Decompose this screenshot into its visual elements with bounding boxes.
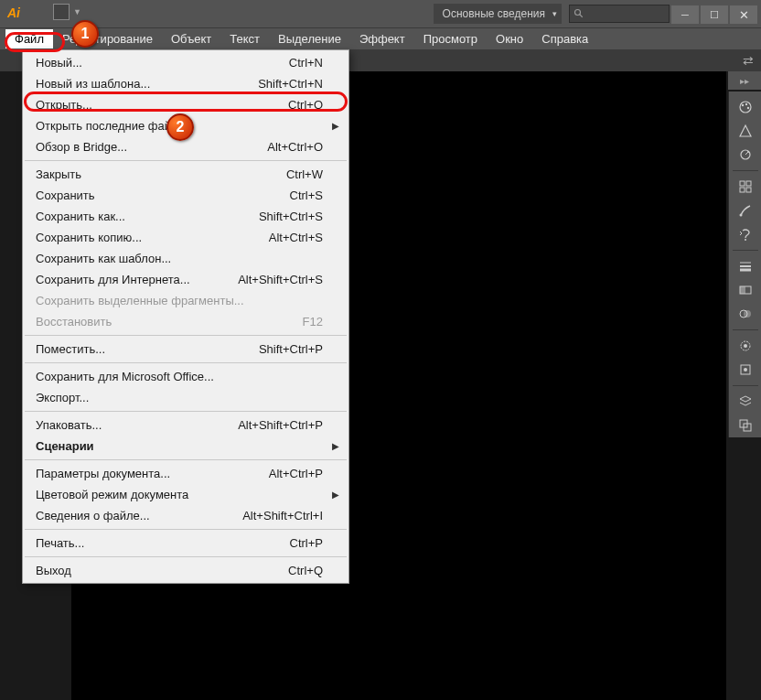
brushes-icon[interactable] (733, 200, 758, 221)
window-controls: ─ ☐ ✕ (671, 4, 759, 24)
menu-item-новый-из-шаблона-[interactable]: Новый из шаблона...Shift+Ctrl+N (23, 73, 348, 94)
svg-point-2 (740, 102, 751, 113)
menu-item-label: Сохранить выделенные фрагменты... (36, 294, 244, 307)
menu-item-shortcut: Ctrl+P (290, 536, 323, 550)
menu-item-label: Поместить... (36, 342, 105, 356)
menu-item-shortcut: Shift+Ctrl+N (258, 77, 323, 91)
annotation-badge-2: 2 (166, 113, 194, 141)
transparency-icon[interactable] (733, 304, 758, 324)
svg-point-3 (741, 104, 743, 106)
menu-item-label: Экспорт... (36, 391, 89, 404)
svg-rect-19 (740, 286, 745, 294)
gradient-icon[interactable] (733, 280, 758, 300)
menu-item-shortcut: Ctrl+Q (288, 564, 323, 577)
swatches-icon[interactable] (733, 145, 758, 165)
artboards-icon[interactable] (733, 415, 758, 436)
menu-item-shortcut: Alt+Ctrl+O (267, 140, 323, 154)
menu-item-shortcut: Ctrl+S (290, 188, 323, 202)
menu-item-сохранить-копию-[interactable]: Сохранить копию...Alt+Ctrl+S (23, 227, 348, 248)
menu-item-параметры-документа-[interactable]: Параметры документа...Alt+Ctrl+P (23, 463, 348, 484)
menu-item-label: Сохранить как... (36, 210, 125, 223)
svg-point-25 (744, 368, 747, 372)
svg-point-23 (744, 344, 747, 348)
svg-rect-12 (746, 188, 751, 192)
menu-item-label: Сохранить (36, 188, 95, 202)
doc-arrange-dropdown-icon[interactable]: ▼ (73, 7, 81, 16)
panel-separator (733, 250, 758, 251)
menu-item-сохранить-для-microsoft-office-[interactable]: Сохранить для Microsoft Office... (23, 366, 348, 387)
menu-item-сохранить-для-интернета-[interactable]: Сохранить для Интернета...Alt+Shift+Ctrl… (23, 269, 348, 290)
menu-item-shortcut: Alt+Ctrl+P (269, 467, 323, 480)
search-input[interactable] (569, 5, 670, 23)
maximize-button[interactable]: ☐ (701, 5, 728, 24)
menu-item-label: Сохранить для Microsoft Office... (36, 370, 214, 383)
svg-point-5 (746, 107, 748, 109)
menu-separator (25, 529, 347, 530)
panel-toggle-icon[interactable]: ⇄ (743, 53, 754, 68)
menu-файл[interactable]: Файл (5, 29, 53, 48)
menu-item-shortcut: Alt+Ctrl+S (269, 231, 323, 244)
app-logo-icon: Ai (7, 5, 20, 20)
svg-line-8 (745, 151, 749, 155)
menu-item-label: Упаковать... (36, 418, 102, 432)
color-palette-icon[interactable] (733, 97, 758, 117)
svg-point-14 (745, 239, 746, 241)
menu-item-label: Сохранить как шаблон... (36, 252, 171, 265)
menu-item-shortcut: Ctrl+W (286, 167, 323, 181)
menu-item-label: Печать... (36, 536, 84, 550)
search-icon (573, 8, 584, 19)
menu-item-shortcut: Ctrl+N (289, 56, 323, 70)
menu-item-упаковать-[interactable]: Упаковать...Alt+Shift+Ctrl+P (23, 415, 348, 436)
workspace-switcher[interactable]: Основные сведения (434, 4, 562, 24)
menu-редактирование[interactable]: Редактирование (53, 29, 162, 48)
menu-item-открыть-[interactable]: Открыть...Ctrl+O (23, 94, 348, 115)
menu-выделение[interactable]: Выделение (269, 29, 350, 48)
appearance-icon[interactable] (733, 336, 758, 356)
right-panel-dock (728, 92, 761, 437)
layers-icon[interactable] (733, 392, 758, 412)
menu-item-новый-[interactable]: Новый...Ctrl+N (23, 52, 348, 73)
menu-item-экспорт-[interactable]: Экспорт... (23, 387, 348, 408)
menu-item-сохранить-как-[interactable]: Сохранить как...Shift+Ctrl+S (23, 206, 348, 227)
menu-эффект[interactable]: Эффект (350, 29, 414, 48)
menu-текст[interactable]: Текст (220, 29, 269, 48)
submenu-arrow-icon: ▶ (332, 441, 339, 451)
panel-collapse-icon[interactable]: ▸▸ (728, 71, 761, 90)
minimize-button[interactable]: ─ (671, 5, 699, 24)
titlebar: Ai ▼ Основные сведения ─ ☐ ✕ (0, 0, 761, 27)
menu-item-label: Открыть... (36, 98, 92, 112)
menu-справка[interactable]: Справка (532, 29, 597, 48)
submenu-arrow-icon: ▶ (332, 490, 339, 500)
menu-объект[interactable]: Объект (162, 29, 220, 48)
stroke-icon[interactable] (733, 256, 758, 276)
menu-item-shortcut: Alt+Shift+Ctrl+I (242, 509, 323, 522)
menu-separator (25, 411, 347, 412)
grid-icon[interactable] (733, 177, 758, 197)
menu-item-сведения-о-файле-[interactable]: Сведения о файле...Alt+Shift+Ctrl+I (23, 505, 348, 526)
color-guide-icon[interactable] (733, 121, 758, 141)
menu-item-сохранить[interactable]: СохранитьCtrl+S (23, 185, 348, 206)
doc-arrange-icon[interactable] (53, 4, 70, 20)
menu-item-поместить-[interactable]: Поместить...Shift+Ctrl+P (23, 339, 348, 360)
svg-rect-10 (746, 181, 751, 186)
menu-item-сценарии[interactable]: Сценарии▶ (23, 436, 348, 457)
workspace-label: Основные сведения (443, 7, 545, 20)
menu-item-печать-[interactable]: Печать...Ctrl+P (23, 533, 348, 554)
menu-item-label: Сценарии (36, 439, 94, 453)
annotation-badge-1: 1 (71, 20, 99, 48)
menu-просмотр[interactable]: Просмотр (414, 29, 487, 48)
panel-separator (733, 385, 758, 386)
menu-item-label: Обзор в Bridge... (36, 140, 127, 154)
menu-окно[interactable]: Окно (487, 29, 532, 48)
menu-item-label: Новый... (36, 56, 82, 70)
graphic-styles-icon[interactable] (733, 360, 758, 380)
symbols-icon[interactable] (733, 224, 758, 244)
svg-point-21 (744, 310, 751, 318)
menu-item-label: Новый из шаблона... (36, 77, 150, 91)
menu-item-закрыть[interactable]: ЗакрытьCtrl+W (23, 164, 348, 185)
menu-item-выход[interactable]: ВыходCtrl+Q (23, 560, 348, 581)
menu-item-label: Открыть последние файлы (36, 119, 187, 133)
menu-item-цветовой-режим-документа[interactable]: Цветовой режим документа▶ (23, 484, 348, 505)
close-button[interactable]: ✕ (730, 5, 757, 24)
menu-item-сохранить-как-шаблон-[interactable]: Сохранить как шаблон... (23, 248, 348, 269)
